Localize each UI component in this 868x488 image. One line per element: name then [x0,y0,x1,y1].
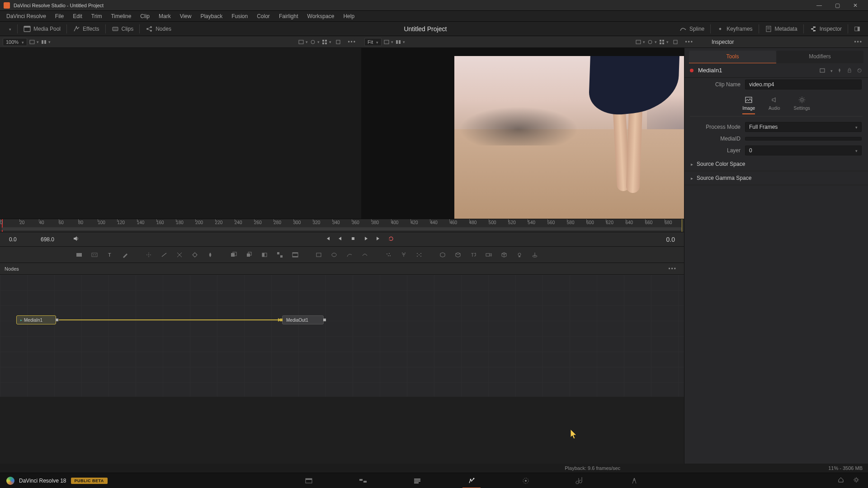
process-mode-dropdown[interactable]: Full Frames [745,122,862,132]
bspline-mask-tool[interactable] [358,249,372,261]
ellipse-mask-tool[interactable] [327,249,341,261]
menu-trim[interactable]: Trim [87,11,107,22]
menu-timeline[interactable]: Timeline [106,11,136,22]
tool-version-dropdown[interactable] [829,67,833,74]
fastnoise-tool[interactable] [88,249,101,261]
rectangle-mask-tool[interactable] [312,249,326,261]
current-frame[interactable]: 0.0 [639,236,675,243]
right-view2-button[interactable] [395,38,405,47]
edit-page-button[interactable] [404,473,431,488]
node-connection[interactable] [59,319,280,320]
home-button[interactable] [837,476,844,485]
tracker-tool[interactable] [142,249,156,261]
keyframes-button[interactable]: Keyframes [712,23,757,35]
right-more-button[interactable]: ••• [682,39,696,45]
menu-fusion[interactable]: Fusion [227,11,252,22]
media-id-field[interactable] [745,137,862,141]
tool-pin-icon[interactable] [836,67,843,74]
pRender-tool[interactable] [412,249,426,261]
letterbox-tool[interactable] [288,249,302,261]
left-view2-button[interactable] [41,38,51,47]
tool-view-icon[interactable] [819,67,826,74]
range-end[interactable]: 698.0 [41,236,65,243]
node-mediaout1-input[interactable] [280,319,283,321]
transform-tool[interactable] [242,249,256,261]
right-view1-button[interactable] [383,38,393,47]
nodes-more-button[interactable]: ••• [665,266,679,272]
audio-toggle[interactable] [72,235,80,244]
left-viewer[interactable] [0,48,362,219]
menu-edit[interactable]: Edit [68,11,87,22]
play-button[interactable] [363,235,369,243]
right-zoom-dropdown[interactable]: Fit [364,38,382,46]
node-mediain1-output[interactable] [56,319,58,321]
left-zoom-dropdown[interactable]: 100% [3,38,27,46]
resize-tool[interactable] [273,249,287,261]
menu-clip[interactable]: Clip [136,11,154,22]
inspector-tab-settings[interactable]: Settings [794,96,810,114]
left-single-button[interactable] [333,38,343,47]
renderer3d-tool[interactable] [528,249,542,261]
text3d-tool[interactable]: T [467,249,480,261]
tool-enable-dot[interactable] [690,69,693,72]
nodes-canvas[interactable]: ▸ MediaIn1 MediaOut1 [0,275,684,397]
background-tool[interactable] [72,249,86,261]
media-pool-button[interactable]: Media Pool [19,23,66,35]
right-grid-button[interactable] [635,38,645,47]
menu-fairlight[interactable]: Fairlight [274,11,303,22]
clip-name-field[interactable]: video.mp4 [745,80,862,89]
tool-lock-icon[interactable] [846,67,853,74]
inspector-tab-modifiers[interactable]: Modifiers [776,51,863,63]
menu-file[interactable]: File [51,11,68,22]
layer-dropdown[interactable]: 0 [745,145,862,155]
deliver-page-button[interactable] [621,473,648,488]
menu-playback[interactable]: Playback [196,11,227,22]
tool-reset-icon[interactable] [856,67,863,74]
menu-workspace[interactable]: Workspace [303,11,339,22]
matte-tool[interactable] [258,249,271,261]
menu-view[interactable]: View [175,11,196,22]
menu-mark[interactable]: Mark [154,11,175,22]
left-more-button[interactable]: ••• [345,39,359,45]
merge3d-tool[interactable] [497,249,511,261]
library-dropdown[interactable] [3,23,16,35]
color-page-button[interactable] [512,473,539,488]
inspector-tab-audio[interactable]: Audio [769,96,780,114]
camera3d-tool[interactable] [482,249,495,261]
menu-color[interactable]: Color [252,11,274,22]
brightness-tool[interactable] [157,249,171,261]
metadata-button[interactable]: Metadata [760,23,802,35]
step-back-button[interactable] [337,235,344,243]
effects-button[interactable]: Effects [68,23,104,35]
fairlight-page-button[interactable] [566,473,594,488]
node-mediain1[interactable]: ▸ MediaIn1 [16,315,56,324]
light3d-tool[interactable] [513,249,526,261]
inspector-button[interactable]: Inspector [805,23,847,35]
loop-button[interactable] [388,235,394,243]
panel-expand-button[interactable] [849,23,865,35]
hue-tool[interactable] [188,249,202,261]
menu-help[interactable]: Help [339,11,359,22]
last-frame-button[interactable] [375,235,382,243]
inspector-more-button[interactable]: ••• [851,39,865,45]
maximize-button[interactable]: ▢ [828,0,846,11]
spline-button[interactable]: Spline [675,23,709,35]
range-start[interactable]: 0.0 [9,236,33,243]
polygon-mask-tool[interactable] [343,249,356,261]
first-frame-button[interactable] [325,235,331,243]
blur-tool[interactable] [203,249,217,261]
media-page-button[interactable] [295,473,322,488]
cut-page-button[interactable] [349,473,377,488]
colorcorrector-tool[interactable] [173,249,186,261]
left-quad-button[interactable] [321,38,331,47]
node-mediaout1-output[interactable] [323,319,326,321]
menu-davinciresolve[interactable]: DaVinci Resolve [2,11,51,22]
node-mediaout1[interactable]: MediaOut1 [282,315,324,324]
clips-button[interactable]: Clips [107,23,139,35]
project-settings-button[interactable] [853,476,860,485]
left-grid-button[interactable] [298,38,308,47]
text-tool[interactable]: T [103,249,117,261]
left-channel-button[interactable] [310,38,320,47]
left-view1-button[interactable] [29,38,39,47]
pEmitter-tool[interactable] [397,249,410,261]
